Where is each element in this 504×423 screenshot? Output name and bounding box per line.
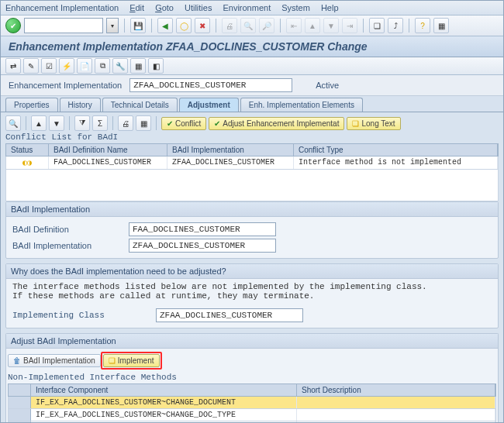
trash-icon: 🗑: [13, 356, 21, 365]
tab-adjustment[interactable]: Adjustment: [179, 98, 239, 112]
prev-page-icon: ▲: [305, 18, 320, 33]
ei-label: Enhancement Implementation: [9, 81, 122, 90]
cancel-icon[interactable]: ✖: [195, 18, 210, 33]
help-icon[interactable]: ?: [415, 18, 430, 33]
header-row: Enhancement Implementation ZFAA_DOCLINES…: [1, 75, 503, 96]
delete-badi-button[interactable]: 🗑BAdI Implementation: [8, 354, 101, 367]
conflict-empty-area: [5, 170, 499, 201]
exit-icon[interactable]: ◯: [176, 18, 192, 33]
sort-asc-icon[interactable]: ▲: [31, 115, 47, 131]
why-header: Why does the BAdI implementation need to…: [6, 264, 498, 279]
back-icon[interactable]: ◀: [157, 18, 173, 33]
check-icon[interactable]: ☑: [41, 58, 57, 74]
page-title: Enhancement Implementation ZFAA_DOCLINES…: [1, 36, 503, 57]
first-page-icon: ⇤: [286, 18, 302, 33]
badi-def-field: FAA_DOCLINES_CUSTOMER: [129, 222, 276, 236]
badi-impl-header: BAdI Implementation: [6, 202, 498, 217]
where-used-icon[interactable]: 📄: [77, 58, 92, 74]
implement-button[interactable]: ❏Implement: [103, 354, 160, 367]
export-icon[interactable]: ▦: [136, 115, 151, 131]
tabstrip: Properties History Technical Details Adj…: [1, 96, 503, 112]
non-impl-sub: Non-Implemented Interface Methods: [8, 373, 496, 382]
adjust-button[interactable]: ✔Adjust Enhancement Implementat: [209, 117, 344, 130]
implementing-class-field[interactable]: ZFAA_DOCLINES_CUSTOMER: [156, 308, 303, 322]
next-page-icon: ▼: [323, 18, 339, 33]
tab-properties[interactable]: Properties: [5, 98, 58, 112]
ei-status: Active: [316, 81, 339, 90]
filter-icon[interactable]: ⧩: [74, 115, 90, 131]
new-session-icon[interactable]: ❏: [369, 18, 385, 33]
table-row[interactable]: IF_EX_FAA_DOCLINES_CUSTOMER~CHANGE_DOCUM…: [8, 397, 496, 409]
find-icon: 🔍: [240, 18, 256, 33]
tab-technical-details[interactable]: Technical Details: [102, 98, 178, 112]
alv-toolbar: 🔍 ▲ ▼ ⧩ Σ 🖨 ▦ ✔Conflict ✔Adjust Enhancem…: [5, 115, 499, 131]
last-page-icon: ⇥: [342, 18, 357, 33]
menu-goto[interactable]: Goto: [155, 3, 174, 12]
system-toolbar: ✔ ▾ 💾 ◀ ◯ ✖ 🖨 🔍 🔎 ⇤ ▲ ▼ ⇥ ❏ ⤴ ? ▦: [1, 15, 503, 36]
adjust-section: Adjust BAdI Implementation 🗑BAdI Impleme…: [5, 333, 499, 423]
activate-icon[interactable]: ⚡: [59, 58, 74, 74]
more-icon[interactable]: ▦: [130, 58, 146, 74]
find-next-icon: 🔎: [259, 18, 274, 33]
display-toggle-icon[interactable]: ⇄: [5, 58, 21, 74]
sap-window: Enhancement Implementation Edit Goto Uti…: [0, 0, 504, 423]
conflict-table-header: Status BAdI Definition Name BAdI Impleme…: [5, 143, 499, 156]
menu-utilities[interactable]: Utilities: [185, 3, 212, 12]
detail-icon[interactable]: 🔍: [5, 115, 21, 131]
ei-value-field[interactable]: ZFAA_DOCLINES_CUSTOMER: [129, 78, 292, 92]
conflict-row[interactable]: ◐◑ FAA_DOCLINES_CUSTOMER ZFAA_DOCLINES_C…: [5, 156, 499, 170]
shortcut-icon[interactable]: ⤴: [388, 18, 403, 33]
menu-environment[interactable]: Environment: [223, 3, 271, 12]
table-row[interactable]: IF_EX_FAA_DOCLINES_CUSTOMER~CHANGE_DOC_T…: [8, 409, 496, 421]
tree-icon[interactable]: ⧉: [95, 58, 110, 74]
misc-icon[interactable]: ◧: [148, 58, 164, 74]
tab-enh-elements[interactable]: Enh. Implementation Elements: [240, 98, 363, 112]
conflict-button[interactable]: ✔Conflict: [161, 117, 206, 130]
badi-impl-field: ZFAA_DOCLINES_CUSTOMER: [129, 239, 276, 253]
menu-bar: Enhancement Implementation Edit Goto Uti…: [1, 1, 503, 15]
tool-icon[interactable]: 🔧: [112, 58, 128, 74]
status-icon: ◐◑: [18, 158, 36, 167]
why-section: Why does the BAdI implementation need to…: [5, 263, 499, 328]
sum-icon[interactable]: Σ: [92, 115, 108, 131]
adjust-header: Adjust BAdI Implementation: [6, 334, 498, 349]
implement-icon: ❏: [109, 356, 116, 365]
layout-icon[interactable]: ▦: [433, 18, 449, 33]
save-icon[interactable]: 💾: [130, 18, 146, 33]
app-toolbar: ⇄ ✎ ☑ ⚡ 📄 ⧉ 🔧 ▦ ◧: [1, 57, 503, 75]
enter-button[interactable]: ✔: [5, 18, 21, 33]
print-list-icon[interactable]: 🖨: [118, 115, 133, 131]
conflict-list-header: Conflict List for BAdI: [5, 132, 499, 142]
highlight-box: ❏Implement: [101, 352, 162, 370]
sort-desc-icon[interactable]: ▼: [49, 115, 64, 131]
non-impl-table: Interface Component Short Description IF…: [8, 383, 496, 423]
command-dropdown[interactable]: ▾: [106, 18, 119, 33]
menu-enhancement[interactable]: Enhancement Implementation: [5, 3, 119, 12]
badi-impl-section: BAdI Implementation BAdI DefinitionFAA_D…: [5, 201, 499, 259]
workarea: 🔍 ▲ ▼ ⧩ Σ 🖨 ▦ ✔Conflict ✔Adjust Enhancem…: [1, 112, 503, 423]
longtext-button[interactable]: ❏Long Text: [347, 117, 400, 130]
menu-help[interactable]: Help: [321, 3, 339, 12]
command-field[interactable]: [24, 18, 103, 33]
print-icon: 🖨: [222, 18, 237, 33]
tab-history[interactable]: History: [60, 98, 101, 112]
menu-edit[interactable]: Edit: [129, 3, 144, 12]
other-object-icon[interactable]: ✎: [23, 58, 39, 74]
menu-system[interactable]: System: [281, 3, 310, 12]
